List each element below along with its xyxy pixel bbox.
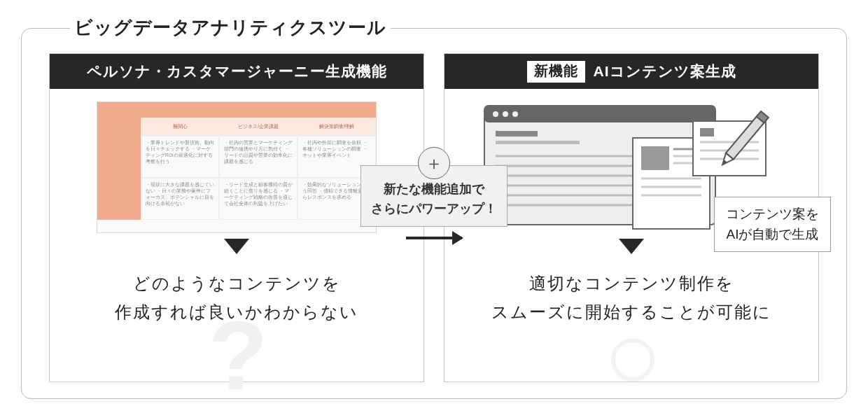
triangle-down-icon (619, 239, 644, 254)
svg-point-3 (503, 111, 508, 117)
journey-col-1: 無関心 (141, 118, 219, 136)
arrow-right-icon (406, 237, 462, 239)
panel-header-left-text: ペルソナ・カスタマージャーニー生成機能 (87, 62, 387, 81)
svg-rect-22 (700, 128, 714, 136)
plus-icon: ＋ (418, 147, 450, 179)
journey-cell-2-1: ・現状に大きな課題を感じていない ・日々の業務や案件にフォーカス、ポテンシャルに… (141, 178, 219, 220)
triangle-down-icon (224, 239, 249, 254)
journey-phase-label (97, 118, 141, 136)
caption-right-line1: 適切なコンテンツ制作を (529, 274, 734, 293)
journey-corner (97, 102, 141, 118)
panel-header-right: 新機能 AIコンテンツ案生成 (444, 54, 818, 89)
caption-left-line1: どのようなコンテンツを (133, 274, 341, 293)
journey-top-bar (141, 102, 376, 118)
journey-col-2: ビジネス/企業課題 (219, 118, 298, 136)
caption-right: 適切なコンテンツ制作を スムーズに開始することが可能に (491, 270, 771, 327)
connector-block: ＋ 新たな機能追加で さらにパワーアップ！ (354, 133, 514, 239)
journey-cell-2-2: ・リード生成と顧客獲得の質が続くことに焦りを感じる ・マーケティング戦略の改善を… (219, 178, 298, 220)
svg-point-2 (493, 111, 498, 117)
connector-line2: さらにパワーアップ！ (371, 202, 497, 216)
journey-row-2-label (97, 178, 141, 220)
svg-rect-14 (641, 146, 669, 170)
caption-left-line2: 作成すれば良いかわからない (115, 302, 358, 321)
journey-cell-1-1: ・業界トレンドや新技術、動向を日々チェックする ・マーケティングROIの最適化に… (141, 136, 219, 178)
svg-point-4 (512, 111, 518, 117)
journey-row-1-label (97, 136, 141, 178)
journey-cell-1-2: ・社内の営業とマーケティング部門の連携やり方に気付く ・リードの品質や営業の効率… (219, 136, 298, 178)
journey-table-mock: 無関心 ビジネス/企業課題 解決策調査/理解 ・業界トレンドや新技術、動向を日々… (97, 102, 377, 233)
caption-right-line2: スムーズに開始することが可能に (491, 302, 771, 321)
new-feature-badge: 新機能 (527, 61, 585, 83)
caption-left: どのようなコンテンツを 作成すれば良いかわからない (115, 270, 358, 327)
ai-tooltip-line2: AIが自動で生成 (727, 227, 819, 241)
connector-line1: 新たな機能追加で (384, 182, 484, 196)
panel-header-left: ペルソナ・カスタマージャーニー生成機能 (50, 54, 424, 89)
ai-tooltip-line1: コンテンツ案を (726, 206, 819, 221)
svg-rect-1 (484, 106, 715, 122)
ai-tooltip: コンテンツ案を AIが自動で生成 (714, 197, 831, 252)
panel-header-right-text: AIコンテンツ案生成 (594, 62, 736, 81)
frame-title: ビッグデータアナリティクスツール (70, 15, 391, 40)
